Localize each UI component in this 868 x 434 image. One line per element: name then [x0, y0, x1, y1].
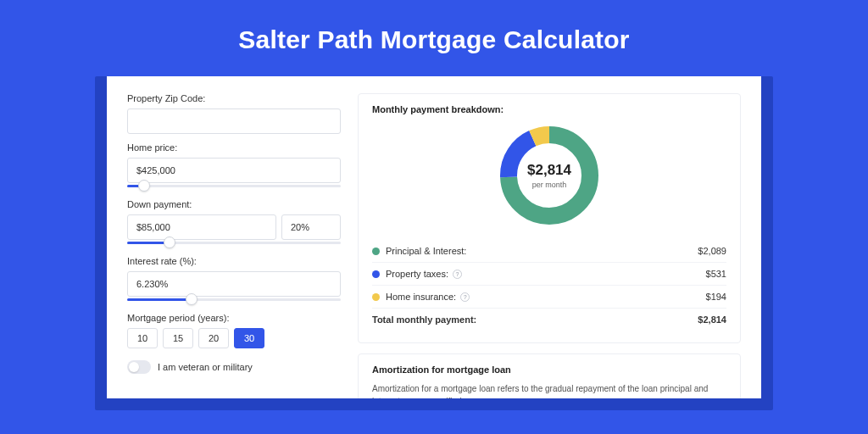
- legend-total-label: Total monthly payment:: [372, 314, 698, 325]
- results-column: Monthly payment breakdown: $2,814 per mo…: [358, 93, 741, 398]
- donut-center-sub: per month: [532, 181, 567, 189]
- veteran-label: I am veteran or military: [158, 362, 253, 372]
- down-payment-input[interactable]: [127, 214, 276, 240]
- period-button-10[interactable]: 10: [127, 328, 158, 348]
- calculator-card: Property Zip Code: Home price: Down paym…: [107, 76, 761, 398]
- interest-rate-slider[interactable]: [127, 296, 341, 304]
- slider-thumb[interactable]: [186, 293, 198, 305]
- home-price-input[interactable]: [127, 158, 341, 183]
- home-price-label: Home price:: [127, 142, 341, 153]
- page-title: Salter Path Mortgage Calculator: [0, 0, 868, 76]
- legend-amount: $194: [706, 292, 726, 302]
- period-button-15[interactable]: 15: [163, 328, 193, 348]
- veteran-toggle[interactable]: [127, 360, 151, 374]
- legend-label: Home insurance:?: [386, 292, 706, 302]
- legend-total-row: Total monthly payment:$2,814: [372, 308, 726, 331]
- legend-row: Principal & Interest:$2,089: [372, 240, 726, 262]
- amortization-text: Amortization for a mortgage loan refers …: [372, 383, 726, 398]
- info-icon[interactable]: ?: [453, 270, 462, 279]
- legend-row: Home insurance:?$194: [372, 285, 726, 308]
- slider-thumb[interactable]: [138, 180, 150, 192]
- donut-chart-wrap: $2,814 per month: [372, 121, 726, 235]
- inputs-column: Property Zip Code: Home price: Down paym…: [127, 93, 341, 398]
- interest-rate-field: Interest rate (%):: [127, 256, 341, 304]
- legend-dot: [372, 248, 380, 255]
- zip-label: Property Zip Code:: [127, 93, 341, 103]
- donut-chart: $2,814 per month: [498, 125, 600, 226]
- interest-rate-input[interactable]: [127, 271, 341, 297]
- zip-input[interactable]: [127, 108, 341, 134]
- breakdown-title: Monthly payment breakdown:: [372, 104, 726, 114]
- home-price-slider[interactable]: [127, 182, 341, 191]
- stage-shadow: Property Zip Code: Home price: Down paym…: [95, 76, 773, 410]
- donut-center-value: $2,814: [527, 162, 571, 179]
- slider-thumb[interactable]: [164, 236, 175, 248]
- legend-amount: $531: [706, 269, 726, 279]
- down-payment-slider[interactable]: [127, 239, 341, 248]
- down-payment-pct-input[interactable]: [281, 214, 341, 240]
- zip-field: Property Zip Code:: [127, 93, 341, 134]
- mortgage-period-label: Mortgage period (years):: [127, 313, 341, 323]
- down-payment-field: Down payment:: [127, 199, 341, 248]
- legend-row: Property taxes:?$531: [372, 262, 726, 285]
- legend-dot: [372, 270, 380, 278]
- mortgage-period-field: Mortgage period (years): 10152030: [127, 313, 341, 348]
- breakdown-legend: Principal & Interest:$2,089Property taxe…: [372, 240, 726, 331]
- legend-label: Principal & Interest:: [386, 246, 698, 256]
- veteran-row: I am veteran or military: [127, 360, 341, 374]
- down-payment-label: Down payment:: [127, 199, 341, 209]
- info-icon[interactable]: ?: [460, 292, 470, 302]
- legend-total-amount: $2,814: [698, 314, 726, 325]
- period-button-20[interactable]: 20: [198, 328, 229, 348]
- legend-amount: $2,089: [698, 246, 726, 256]
- period-button-30[interactable]: 30: [234, 328, 264, 348]
- toggle-knob: [129, 362, 139, 372]
- legend-dot: [372, 293, 380, 301]
- amortization-title: Amortization for mortgage loan: [372, 364, 726, 375]
- breakdown-panel: Monthly payment breakdown: $2,814 per mo…: [358, 93, 741, 343]
- amortization-panel: Amortization for mortgage loan Amortizat…: [358, 353, 741, 398]
- legend-label: Property taxes:?: [386, 269, 706, 279]
- home-price-field: Home price:: [127, 142, 341, 191]
- interest-rate-label: Interest rate (%):: [127, 256, 341, 266]
